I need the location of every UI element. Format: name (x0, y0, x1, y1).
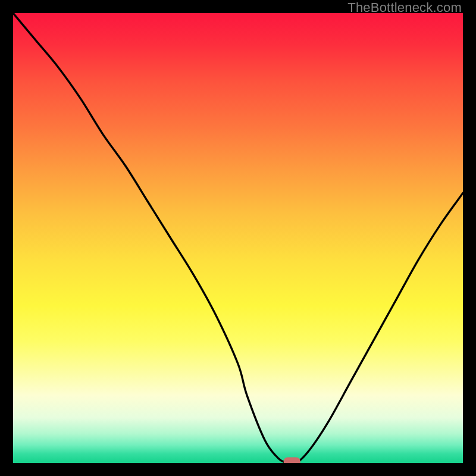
watermark-text: TheBottleneck.com (347, 0, 462, 15)
bottleneck-curve (13, 13, 463, 463)
curve-layer (13, 13, 463, 463)
plot-area (13, 13, 463, 463)
chart-frame: TheBottleneck.com (0, 0, 476, 476)
optimal-point-marker (284, 458, 300, 464)
